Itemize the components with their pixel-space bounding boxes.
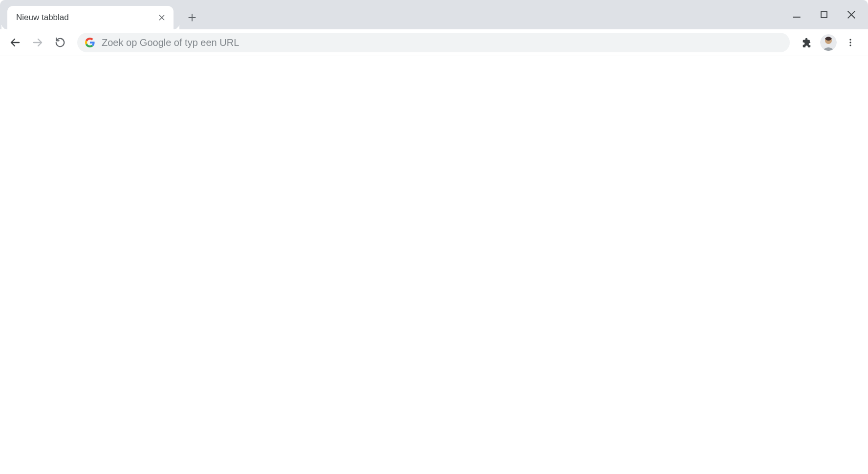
back-button[interactable] <box>5 32 25 53</box>
address-bar[interactable] <box>77 33 790 52</box>
reload-icon <box>55 37 65 48</box>
new-tab-button[interactable] <box>182 8 202 27</box>
plus-icon <box>187 13 197 22</box>
back-arrow-icon <box>9 37 21 48</box>
chrome-menu-button[interactable] <box>841 33 860 52</box>
extensions-button[interactable] <box>797 33 816 52</box>
close-window-icon <box>846 10 856 20</box>
profile-avatar-button[interactable] <box>820 34 837 51</box>
page-content <box>0 57 868 474</box>
maximize-icon <box>820 10 828 19</box>
extensions-puzzle-icon <box>801 37 812 48</box>
address-input[interactable] <box>102 37 782 48</box>
tab-title: Nieuw tabblad <box>16 13 156 22</box>
svg-point-14 <box>849 42 851 43</box>
browser-tab[interactable]: Nieuw tabblad <box>7 6 174 29</box>
close-window-button[interactable] <box>838 3 865 26</box>
toolbar-right-cluster <box>797 33 863 52</box>
forward-arrow-icon <box>32 37 43 48</box>
maximize-window-button[interactable] <box>810 3 838 26</box>
svg-rect-5 <box>821 12 827 18</box>
minimize-icon <box>792 10 802 20</box>
tab-strip: Nieuw tabblad <box>0 0 868 29</box>
google-g-icon <box>85 38 95 47</box>
close-icon <box>158 14 166 22</box>
svg-point-13 <box>849 39 851 41</box>
kebab-menu-icon <box>846 38 855 47</box>
window-controls <box>783 0 865 29</box>
svg-point-15 <box>849 44 851 46</box>
reload-button[interactable] <box>50 32 70 53</box>
profile-avatar <box>820 34 837 51</box>
minimize-window-button[interactable] <box>783 3 810 26</box>
close-tab-button[interactable] <box>156 12 168 23</box>
forward-button[interactable] <box>27 32 48 53</box>
browser-toolbar <box>0 29 868 56</box>
